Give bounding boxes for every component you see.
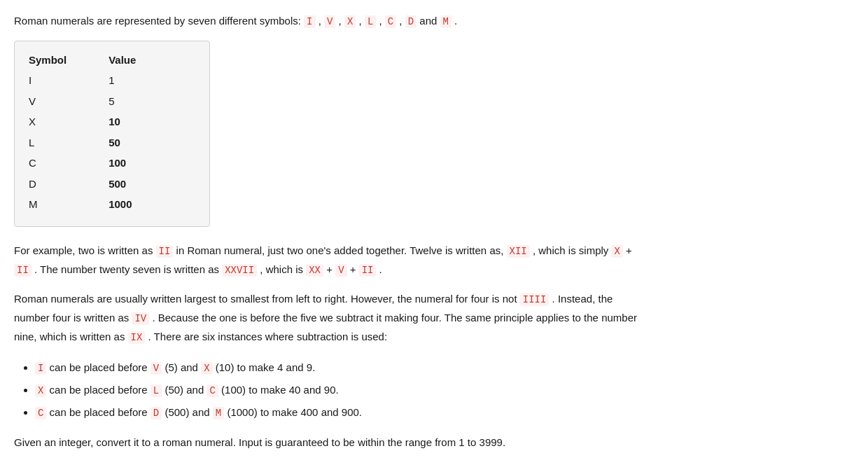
list-item: C can be placed before D (500) and M (10… bbox=[35, 403, 854, 422]
closing-text: Given an integer, convert it to a roman … bbox=[14, 436, 505, 448]
para1-text1: For example, two is written as bbox=[14, 244, 156, 256]
sep5: , bbox=[396, 15, 405, 27]
bullet2-text3: (100) to make 40 and 90. bbox=[218, 384, 339, 396]
table-row: L50 bbox=[29, 132, 178, 153]
table-cell-symbol: I bbox=[29, 70, 108, 91]
para1-plus2: + bbox=[323, 263, 335, 275]
bullet3-text2: (500) and bbox=[162, 406, 213, 418]
bullet3-text1: can be placed before bbox=[46, 406, 150, 418]
symbol-L: L bbox=[365, 15, 376, 28]
table-cell-symbol: D bbox=[29, 174, 108, 195]
paragraph-subtraction: Roman numerals are usually written large… bbox=[14, 290, 854, 346]
table-row: I1 bbox=[29, 70, 178, 91]
code-II-2: II bbox=[14, 264, 31, 277]
table-cell-value: 500 bbox=[108, 174, 178, 195]
code-XX: XX bbox=[306, 264, 323, 277]
intro-period: . bbox=[451, 15, 457, 27]
code-XII: XII bbox=[507, 245, 530, 258]
table-row: M1000 bbox=[29, 194, 178, 215]
table-cell-symbol: L bbox=[29, 132, 108, 153]
symbol-M: M bbox=[440, 15, 451, 28]
bullet3-sym1: C bbox=[35, 407, 46, 419]
intro-paragraph: Roman numerals are represented by seven … bbox=[14, 13, 854, 29]
bullet3-text3: (1000) to make 400 and 900. bbox=[224, 406, 362, 418]
code-II: II bbox=[156, 245, 174, 258]
code-II-3: II bbox=[359, 264, 377, 277]
table-cell-symbol: X bbox=[29, 111, 108, 132]
para1-end: . bbox=[376, 263, 382, 275]
symbol-V: V bbox=[324, 15, 335, 28]
table-cell-value: 1 bbox=[108, 70, 178, 91]
code-IX: IX bbox=[128, 331, 146, 344]
table-cell-value: 50 bbox=[108, 132, 178, 153]
para2-text1: Roman numerals are usually written large… bbox=[14, 293, 520, 305]
symbol-C: C bbox=[385, 15, 396, 28]
sep2: , bbox=[335, 15, 344, 27]
bullet1-text1: can be placed before bbox=[46, 361, 150, 373]
symbol-I: I bbox=[304, 15, 315, 28]
table-row: V5 bbox=[29, 91, 178, 112]
symbols-table-container: Symbol Value I1V5X10L50C100D500M1000 bbox=[14, 41, 210, 227]
bullet3-sym2: D bbox=[150, 407, 162, 419]
bullet1-text3: (10) to make 4 and 9. bbox=[213, 361, 316, 373]
closing-paragraph: Given an integer, convert it to a roman … bbox=[14, 433, 854, 452]
para2-text5: nine, which is written as bbox=[14, 331, 128, 342]
para2-text6: . There are six instances where subtract… bbox=[145, 331, 387, 342]
bullet2-text1: can be placed before bbox=[46, 384, 150, 396]
intro-text-before: Roman numerals are represented by seven … bbox=[14, 15, 304, 27]
code-IV: IV bbox=[132, 312, 149, 325]
sep1: , bbox=[316, 15, 325, 27]
code-V: V bbox=[335, 264, 346, 277]
bullet2-sym2: L bbox=[150, 384, 162, 397]
table-cell-symbol: C bbox=[29, 153, 108, 174]
bullet1-sym2: V bbox=[150, 362, 162, 375]
table-header-row: Symbol Value bbox=[29, 53, 178, 70]
table-row: D500 bbox=[29, 174, 178, 195]
sep4: , bbox=[376, 15, 385, 27]
column-header-symbol: Symbol bbox=[29, 53, 108, 70]
paragraph-example: For example, two is written as II in Rom… bbox=[14, 242, 854, 279]
table-cell-value: 10 bbox=[108, 111, 178, 132]
table-cell-symbol: V bbox=[29, 91, 108, 112]
para1-plus3: + bbox=[347, 263, 359, 275]
symbol-X: X bbox=[344, 15, 356, 28]
para2-text4: . Because the one is before the five we … bbox=[149, 312, 637, 324]
table-cell-value: 100 bbox=[108, 153, 178, 174]
para2-text2: . Instead, the bbox=[549, 293, 612, 305]
bullet3-sym3: M bbox=[213, 407, 224, 419]
para1-text2: in Roman numeral, just two one's added t… bbox=[173, 244, 506, 256]
bullet1-text2: (5) and bbox=[162, 361, 201, 373]
sep3: , bbox=[356, 15, 365, 27]
code-IIII: IIII bbox=[520, 293, 550, 306]
para1-plus1: + bbox=[623, 244, 632, 256]
symbol-D: D bbox=[405, 15, 416, 28]
table-row: X10 bbox=[29, 111, 178, 132]
para1-text3: , which is simply bbox=[530, 244, 612, 256]
para1-text4: . The number twenty seven is written as bbox=[31, 263, 222, 275]
symbols-table: Symbol Value I1V5X10L50C100D500M1000 bbox=[29, 53, 178, 215]
list-item: I can be placed before V (5) and X (10) … bbox=[35, 358, 854, 377]
bullet2-sym3: C bbox=[206, 384, 218, 397]
table-cell-symbol: M bbox=[29, 194, 108, 215]
bullet1-sym1: I bbox=[35, 362, 46, 375]
table-cell-value: 5 bbox=[108, 91, 178, 112]
table-row: C100 bbox=[29, 153, 178, 174]
intro-and: and bbox=[419, 15, 437, 27]
table-cell-value: 1000 bbox=[108, 194, 178, 215]
code-X-1: X bbox=[611, 245, 622, 258]
column-header-value: Value bbox=[108, 53, 178, 70]
sep7 bbox=[437, 15, 440, 27]
bullet2-sym1: X bbox=[35, 384, 46, 397]
code-XXVII: XXVII bbox=[222, 264, 257, 277]
para1-text5: , which is bbox=[257, 263, 306, 275]
list-item: X can be placed before L (50) and C (100… bbox=[35, 380, 854, 400]
bullet2-text2: (50) and bbox=[162, 384, 206, 396]
para2-text3: number four is written as bbox=[14, 312, 132, 324]
subtraction-list: I can be placed before V (5) and X (10) … bbox=[35, 358, 854, 423]
bullet1-sym3: X bbox=[201, 362, 212, 375]
